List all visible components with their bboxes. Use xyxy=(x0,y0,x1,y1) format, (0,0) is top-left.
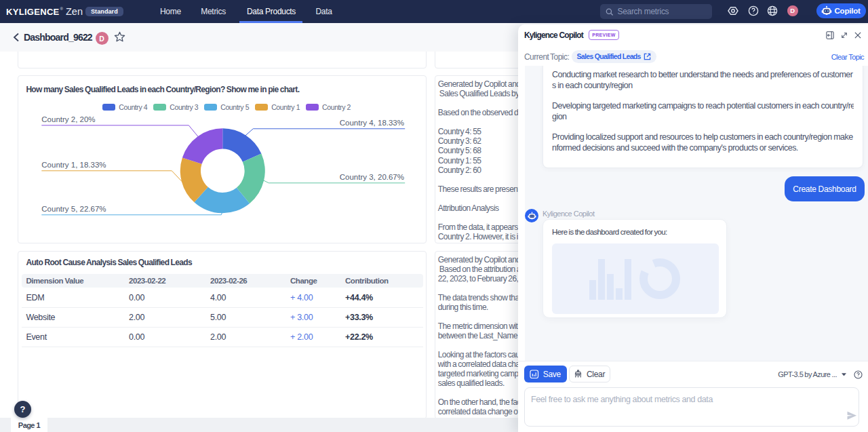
assistant-paragraph-line: Providing localized support and resource… xyxy=(552,132,854,143)
table-column-header[interactable]: Change xyxy=(290,277,345,285)
copilot-panel: Kyligence Copilot PREVIEW Current Topic:… xyxy=(518,24,868,432)
clear-topic-link[interactable]: Clear Topic xyxy=(831,53,864,61)
table-cell: +44.4% xyxy=(345,293,420,302)
table-cell: 2.00 xyxy=(210,332,290,342)
brand-name: KYLIGENCE xyxy=(6,7,60,17)
toolbar-separator xyxy=(518,361,868,361)
table-column-header[interactable]: Contribution xyxy=(345,277,420,285)
preview-badge: PREVIEW xyxy=(589,30,619,40)
send-icon[interactable] xyxy=(847,411,857,420)
kyligence-logo[interactable]: KYLIGENCE®Zen xyxy=(6,0,83,23)
model-selector[interactable]: GPT-3.5 by Azure ... xyxy=(778,370,846,378)
assistant-paragraph: Conducting market research to better und… xyxy=(552,70,854,91)
root-cause-table-card: Auto Root Cause Analysis Sales Qualified… xyxy=(18,251,427,419)
assistant-paragraph-line: nformed decisions and succeed with the c… xyxy=(552,143,854,154)
table-cell: 2.00 xyxy=(129,313,210,322)
dashboard-owner-avatar[interactable]: D xyxy=(96,32,108,45)
save-button[interactable]: Save xyxy=(524,366,567,382)
assistant-paragraph-line: Conducting market research to better und… xyxy=(552,70,854,81)
table-cell: Website xyxy=(22,313,129,322)
brand-registered-mark: ® xyxy=(60,7,63,11)
table-cell: 0.00 xyxy=(129,332,210,342)
metrics-search[interactable] xyxy=(600,4,712,19)
language-globe-icon[interactable] xyxy=(767,5,778,16)
chat-scroll-area[interactable]: Conducting market research to better und… xyxy=(525,66,868,361)
donut-chart[interactable]: Country 4, 18.33%Country 3, 20.67%Countr… xyxy=(18,76,427,243)
search-input[interactable] xyxy=(617,7,707,16)
pie-slice-country-2[interactable] xyxy=(182,129,222,165)
prompt-input-box xyxy=(524,387,859,427)
assistant-avatar xyxy=(525,209,538,222)
pie-label: Country 2, 20% xyxy=(41,116,95,124)
collapse-panel-icon[interactable] xyxy=(826,31,834,39)
table-row[interactable]: EDM0.004.00+ 4.00+44.4% xyxy=(22,288,424,307)
dashboard-thumbnail[interactable] xyxy=(552,243,719,314)
panel-header: Kyligence Copilot PREVIEW xyxy=(524,30,619,40)
table-column-header[interactable]: 2023-02-22 xyxy=(129,277,210,285)
root-cause-table: Dimension Value2023-02-222023-02-26Chang… xyxy=(22,274,424,347)
brand-zen: Zen xyxy=(66,6,83,17)
create-dashboard-button[interactable]: Create Dashboard xyxy=(785,176,865,201)
chevron-down-icon xyxy=(842,373,846,376)
help-icon[interactable] xyxy=(748,5,759,16)
favorite-star-icon[interactable] xyxy=(114,31,125,43)
table-column-header[interactable]: Dimension Value xyxy=(22,277,129,285)
current-topic-value: Sales Qualified Leads xyxy=(577,52,641,60)
expand-panel-icon[interactable] xyxy=(840,31,848,39)
top-navbar: KYLIGENCE®Zen Standard HomeMetricsData P… xyxy=(0,0,868,23)
pie-label: Country 1, 18.33% xyxy=(41,161,106,170)
assistant-paragraph: Developing targeted marketing campaigns … xyxy=(552,101,854,122)
clear-button-label: Clear xyxy=(587,370,605,379)
back-icon[interactable] xyxy=(13,33,20,42)
clear-button[interactable]: Clear xyxy=(569,366,610,382)
table-column-header[interactable]: 2023-02-26 xyxy=(210,277,290,285)
settings-icon[interactable] xyxy=(728,5,738,16)
model-help-icon[interactable] xyxy=(854,370,863,379)
copilot-panel-title: Kyligence Copilot xyxy=(524,31,583,40)
copilot-button-label: Copilot xyxy=(835,7,861,15)
save-chart-icon xyxy=(530,370,539,379)
search-icon xyxy=(606,7,613,16)
close-panel-icon[interactable] xyxy=(854,31,862,39)
page-title: Dashboard_9622 xyxy=(24,23,92,52)
nav-item-data-products[interactable]: Data Products xyxy=(247,0,296,23)
table-cell: 5.00 xyxy=(210,313,290,322)
copilot-button[interactable]: Copilot xyxy=(816,3,866,18)
model-name: GPT-3.5 by Azure ... xyxy=(778,370,837,378)
table-row[interactable]: Website2.005.00+ 3.00+33.3% xyxy=(22,308,424,328)
table-title: Auto Root Cause Analysis Sales Qualified… xyxy=(26,258,192,267)
table-cell: EDM xyxy=(22,293,129,302)
table-cell: + 3.00 xyxy=(290,313,345,322)
chart-placeholder-icon xyxy=(589,258,681,300)
pie-label-line xyxy=(41,125,198,137)
pie-label-line xyxy=(41,171,182,182)
nav-item-home[interactable]: Home xyxy=(160,0,181,23)
current-topic-pill[interactable]: Sales Qualified Leads xyxy=(572,50,656,62)
plan-badge: Standard xyxy=(85,7,123,17)
page-tab[interactable]: Page 1 xyxy=(11,418,48,432)
copilot-robot-icon xyxy=(821,5,832,16)
pie-chart-card: How many Sales Qualified Leads in each C… xyxy=(18,75,427,243)
user-avatar[interactable]: D xyxy=(787,5,798,16)
table-cell: 4.00 xyxy=(210,293,290,302)
prompt-input[interactable] xyxy=(525,388,859,426)
pie-label: Country 4, 18.33% xyxy=(339,119,403,127)
nav-item-data[interactable]: Data xyxy=(315,0,332,23)
dashboard-created-text: Here is the dashboard created for you: xyxy=(552,228,717,236)
pie-label: Country 3, 20.67% xyxy=(339,174,403,182)
table-header-row: Dimension Value2023-02-222023-02-26Chang… xyxy=(22,274,424,288)
pie-label-line xyxy=(245,129,405,136)
assistant-paragraph-line: gion xyxy=(552,112,854,123)
help-fab-button[interactable]: ? xyxy=(14,401,31,418)
assistant-robot-icon xyxy=(528,212,536,220)
table-row[interactable]: Event0.002.00+ 2.00+22.2% xyxy=(22,328,424,347)
pie-label: Country 5, 22.67% xyxy=(41,205,106,214)
table-cell: + 4.00 xyxy=(290,293,345,302)
table-cell: 0.00 xyxy=(129,293,210,302)
table-cell: Event xyxy=(22,332,129,342)
nav-item-metrics[interactable]: Metrics xyxy=(201,0,226,23)
current-topic-label: Current Topic: xyxy=(524,52,569,62)
active-nav-underline xyxy=(239,21,302,23)
assistant-name: Kyligence Copilot xyxy=(542,210,595,218)
clear-broom-icon xyxy=(574,370,583,378)
